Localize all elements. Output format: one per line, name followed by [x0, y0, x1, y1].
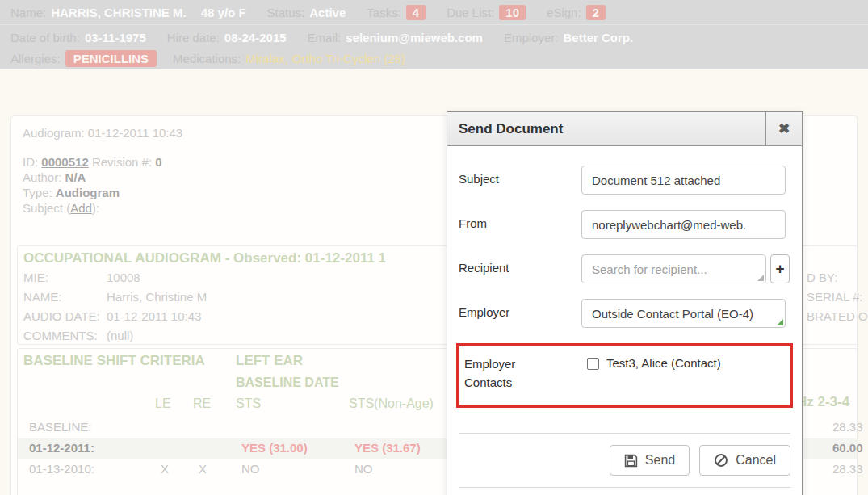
cancel-button[interactable]: Cancel — [699, 445, 790, 476]
modal-title: Send Document — [447, 112, 802, 146]
patient-header-row3: Allergies: PENICILLINS Medications: Mira… — [0, 48, 868, 69]
resize-grippy-icon — [757, 275, 764, 281]
audiogram-row-value: (null) — [107, 329, 133, 342]
row-label: 01-13-2010: — [29, 462, 94, 476]
audiogram-right-fragment: BRATED ON — [807, 309, 868, 323]
audiogram-row-label: MIE: — [23, 271, 48, 284]
audiogram-right-fragment: SERIAL #: — [807, 290, 862, 304]
col-header-sts: STS — [236, 396, 261, 411]
audiogram-row-label: COMMENTS: — [23, 329, 98, 342]
employer-field-label: Employer — [459, 299, 581, 328]
row-label: 01-12-2011: — [29, 441, 94, 455]
document-id-link[interactable]: 0000512 — [41, 155, 88, 169]
allergies-label: Allergies: — [10, 52, 61, 65]
from-field-label: From — [459, 210, 581, 239]
baseline-date-heading: BASELINE DATE — [236, 375, 339, 390]
add-recipient-button[interactable]: + — [770, 254, 790, 283]
due-list-label: Due List: — [447, 6, 494, 19]
select-grippy-icon — [777, 319, 783, 325]
save-icon — [624, 454, 638, 468]
row-label: BASELINE: — [29, 420, 92, 434]
medication-link-2[interactable]: Ortho Tri-Cyclen (28) — [292, 52, 405, 65]
audiogram-row-value: 10008 — [107, 271, 140, 284]
contact-checkbox[interactable] — [587, 358, 599, 370]
esign-count-badge[interactable]: 2 — [586, 5, 606, 20]
due-list-count-badge[interactable]: 10 — [499, 5, 526, 20]
row-sts-nonage-value: NO — [354, 462, 373, 476]
document-subject-line: Subject (Add): — [23, 201, 99, 215]
revision-value: 0 — [155, 155, 161, 169]
patient-hire-date: 08-24-2015 — [224, 31, 287, 44]
patient-header-row2: Date of birth: 03-11-1975 Hire date: 08-… — [0, 27, 868, 48]
row-sts-nonage-value: YES (31.67) — [354, 441, 421, 455]
from-field-row: From — [459, 210, 790, 239]
employer-contacts-highlight: Employer Contacts Test3, Alice (Contact) — [456, 343, 793, 408]
employer-field-row: Employer — [459, 299, 790, 328]
recipient-field-label: Recipient — [459, 254, 581, 283]
document-author-line: Author: N/A — [23, 170, 86, 184]
contact-option-label: Test3, Alice (Contact) — [606, 356, 721, 370]
recipient-search-input[interactable] — [581, 254, 766, 283]
allergy-badge[interactable]: PENICILLINS — [65, 50, 157, 67]
row-right-value: 60.00 — [832, 441, 863, 455]
revision-label: Revision #: — [92, 155, 152, 169]
modal-header: Send Document ✖ — [447, 112, 802, 146]
author-value: N/A — [65, 170, 86, 184]
hire-date-label: Hire date: — [167, 31, 220, 44]
col-header-re: RE — [193, 396, 211, 411]
email-label: Email: — [308, 31, 342, 44]
subject-add-link[interactable]: Add — [70, 201, 92, 215]
subject-prefix: Subject ( — [23, 201, 70, 215]
hz-fragment: Hz 2-3-4 — [797, 394, 849, 410]
patient-age-sex: 48 y/o F — [201, 6, 246, 19]
from-input[interactable] — [581, 210, 786, 239]
audiogram-row-value: Harris, Christine M — [107, 290, 207, 304]
document-id-line: ID: 0000512 Revision #: 0 — [23, 155, 162, 169]
close-icon[interactable]: ✖ — [765, 112, 802, 145]
send-document-modal: Send Document ✖ Subject From Recipient — [447, 111, 803, 495]
status-label: Status: — [267, 6, 305, 19]
audiogram-row-label: AUDIO DATE: — [23, 309, 100, 323]
patient-header: Name: HARRIS, CHRISTINE M. 48 y/o F Stat… — [0, 0, 868, 69]
subject-field-row: Subject — [459, 166, 790, 195]
modal-button-row: Send Cancel — [459, 434, 790, 487]
tasks-label: Tasks: — [367, 6, 401, 19]
audiogram-row-value: 01-12-2011 10:43 — [107, 309, 201, 323]
baseline-heading: BASELINE SHIFT CRITERIA — [23, 353, 205, 369]
contact-option[interactable]: Test3, Alice (Contact) — [587, 353, 721, 392]
author-label: Author: — [23, 170, 61, 184]
modal-body: Subject From Recipient + — [447, 146, 802, 488]
audiogram-right-fragment: D BY: — [807, 271, 837, 284]
screen: Name: HARRIS, CHRISTINE M. 48 y/o F Stat… — [0, 0, 868, 495]
row-sts-value: YES (31.00) — [241, 441, 308, 455]
send-button[interactable]: Send — [610, 445, 690, 476]
patient-dob: 03-11-1975 — [85, 31, 146, 44]
patient-email: selenium@mieweb.com — [346, 31, 483, 44]
esign-label: eSign: — [547, 6, 581, 19]
tasks-count-badge[interactable]: 4 — [406, 5, 426, 20]
subject-input[interactable] — [581, 166, 786, 195]
name-label: Name: — [10, 6, 46, 19]
dob-label: Date of birth: — [10, 31, 80, 44]
row-re-value: X — [199, 462, 207, 476]
document-type-line: Type: Audiogram — [23, 186, 120, 199]
employer-label: Employer: — [504, 31, 559, 44]
left-ear-heading: LEFT EAR — [236, 353, 303, 369]
patient-name: HARRIS, CHRISTINE M. — [51, 6, 187, 19]
audiogram-row-label: NAME: — [23, 290, 62, 304]
document-title: Audiogram: 01-12-2011 10:43 — [23, 126, 182, 140]
cancel-button-label: Cancel — [736, 453, 776, 468]
row-right-value: 28.33 — [832, 462, 863, 476]
send-button-label: Send — [645, 453, 675, 468]
audiogram-heading: OCCUPATIONAL AUDIOGRAM - Observed: 01-12… — [23, 250, 386, 266]
employer-select[interactable] — [581, 299, 786, 328]
medications-label: Medications: — [173, 52, 241, 65]
row-sts-value: NO — [241, 462, 260, 476]
col-header-le: LE — [155, 396, 171, 411]
row-right-value: 28.33 — [832, 420, 863, 434]
patient-status: Active — [309, 6, 346, 19]
cancel-icon — [714, 453, 728, 468]
id-label: ID: — [23, 155, 38, 169]
recipient-field-row: Recipient + — [459, 254, 790, 283]
medication-link-1[interactable]: Miralax, — [245, 52, 288, 65]
